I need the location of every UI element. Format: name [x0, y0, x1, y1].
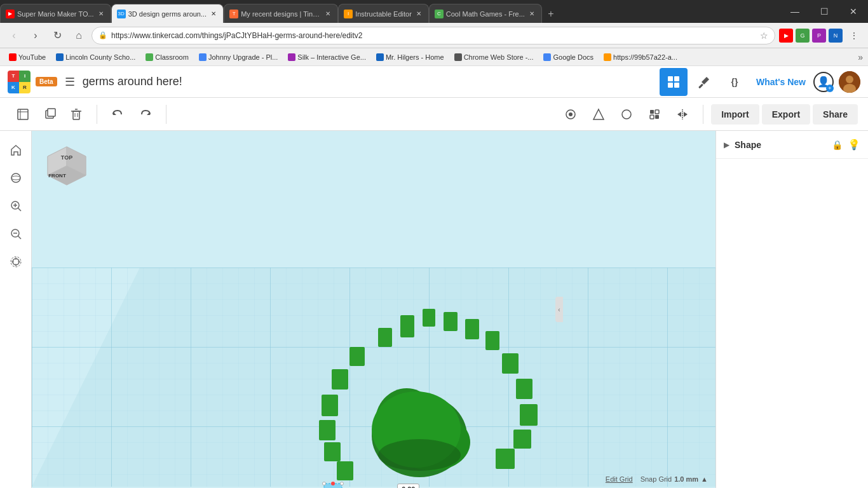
- delete-button[interactable]: [64, 102, 89, 127]
- svg-rect-3: [674, 83, 679, 88]
- ext-blue-icon[interactable]: N: [829, 29, 843, 43]
- tab-favicon-1: ▶: [6, 10, 15, 18]
- fit-view-button[interactable]: [4, 250, 27, 273]
- tool-separator-1: [97, 105, 97, 124]
- home-view-button[interactable]: [4, 139, 27, 161]
- import-button[interactable]: Import: [711, 104, 759, 125]
- germ-block-3: [423, 309, 435, 327]
- forward-button[interactable]: ›: [27, 27, 44, 44]
- tab-close-3[interactable]: ✕: [323, 10, 332, 18]
- svg-rect-12: [48, 109, 55, 116]
- export-button[interactable]: Export: [762, 104, 810, 125]
- bookmark-classroom[interactable]: Classroom: [142, 52, 193, 62]
- user-avatar[interactable]: [839, 71, 860, 93]
- redo-icon: [139, 108, 152, 121]
- tab-close-1[interactable]: ✕: [97, 10, 105, 18]
- collapse-right-panel-button[interactable]: ‹: [555, 297, 563, 322]
- bookmark-youtube[interactable]: YouTube: [5, 52, 50, 62]
- copy-button[interactable]: [37, 102, 62, 127]
- shape-lock-icon[interactable]: 🔒: [832, 140, 843, 150]
- tab-4[interactable]: I Instructable Editor ✕: [338, 4, 429, 23]
- bookmark-chrome-store[interactable]: Chrome Web Store -...: [451, 52, 538, 62]
- maximize-button[interactable]: ☐: [810, 0, 839, 23]
- bookmarks-more-button[interactable]: »: [858, 52, 863, 62]
- germ-block-4: [444, 312, 458, 331]
- ext-green-icon[interactable]: G: [796, 29, 810, 43]
- bookmark-label-99b57: https://99b57a22-a...: [613, 53, 677, 61]
- svg-point-32: [11, 176, 20, 180]
- grid-view-button[interactable]: [660, 68, 688, 96]
- tab-close-4[interactable]: ✕: [414, 10, 423, 18]
- back-button[interactable]: ‹: [5, 27, 23, 44]
- measurement-label-width: 6.20: [397, 484, 419, 488]
- mirror-tool[interactable]: [670, 102, 695, 127]
- bookmark-hilgers[interactable]: Mr. Hilgers - Home: [372, 52, 448, 62]
- align-icon-3: [620, 108, 633, 121]
- bookmark-silk[interactable]: Silk – Interactive Ge...: [284, 52, 370, 62]
- bookmark-star-icon[interactable]: ☆: [760, 30, 768, 41]
- align-tool-2[interactable]: [586, 102, 611, 127]
- minimize-button[interactable]: —: [780, 0, 810, 23]
- viewport[interactable]: TOP FRONT 6.20 4.73 Edit Grid Snap Grid …: [32, 131, 715, 488]
- code-button[interactable]: {}: [721, 68, 749, 96]
- tab-close-2[interactable]: ✕: [209, 10, 218, 18]
- snap-grid-arrow-icon[interactable]: ▲: [701, 475, 708, 483]
- undo-button[interactable]: [105, 102, 130, 127]
- bookmark-gdocs[interactable]: Google Docs: [539, 52, 597, 62]
- url-bar[interactable]: 🔒 https://www.tinkercad.com/things/jPaCJ…: [92, 27, 775, 44]
- zoom-out-button[interactable]: [4, 222, 27, 245]
- close-button[interactable]: ✕: [839, 0, 868, 23]
- selected-block: [322, 482, 344, 488]
- tools-button[interactable]: [690, 68, 718, 96]
- new-tab-button[interactable]: +: [542, 5, 560, 23]
- shape-light-icon[interactable]: 💡: [848, 139, 860, 151]
- germ-block-7: [502, 353, 519, 374]
- tab-5[interactable]: C Cool Math Games - Fre... ✕: [429, 4, 542, 23]
- ext-purple-icon[interactable]: P: [812, 29, 826, 43]
- tab-close-5[interactable]: ✕: [527, 10, 536, 18]
- svg-marker-30: [684, 112, 688, 117]
- bookmark-label-classroom: Classroom: [155, 53, 189, 61]
- menu-icon[interactable]: ☰: [65, 75, 75, 89]
- germ-block-6: [485, 331, 499, 350]
- germ-block-9: [520, 404, 538, 426]
- ext-youtube-icon[interactable]: ▶: [779, 29, 793, 43]
- viewcube[interactable]: TOP FRONT: [38, 137, 95, 194]
- align-tool-3[interactable]: [614, 102, 639, 127]
- toolbar: Import Export Share: [0, 98, 868, 131]
- add-user-button[interactable]: 👤 +: [813, 72, 834, 92]
- tinkercad-logo[interactable]: T I K R: [8, 71, 31, 93]
- shape-expand-icon[interactable]: ▶: [724, 140, 729, 149]
- zoom-in-button[interactable]: [4, 194, 27, 217]
- edit-grid-button[interactable]: Edit Grid: [606, 475, 633, 483]
- germ-block-12: [349, 347, 365, 366]
- whats-new-button[interactable]: What's New: [751, 73, 811, 91]
- align-tool-1[interactable]: [558, 102, 583, 127]
- bookmark-favicon-classroom: [146, 53, 153, 61]
- extension-icons: ▶ G P N ⋮: [779, 27, 863, 44]
- home-view-icon: [10, 144, 22, 156]
- project-name[interactable]: germs around here!: [83, 75, 654, 88]
- bookmark-johnny[interactable]: Johnny Upgrade - Pl...: [195, 52, 281, 62]
- undo-icon: [111, 108, 124, 121]
- top-icons: {} What's New 👤 +: [660, 68, 860, 96]
- svg-point-23: [622, 110, 631, 119]
- align-tool-4[interactable]: [642, 102, 667, 127]
- share-button[interactable]: Share: [813, 104, 858, 125]
- create-workspace-button[interactable]: [10, 102, 36, 127]
- bookmark-99b57[interactable]: https://99b57a22-a...: [600, 52, 681, 62]
- svg-rect-24: [650, 110, 654, 114]
- tab-1[interactable]: ▶ Super Mario Maker TO... ✕: [0, 4, 111, 23]
- redo-button[interactable]: [133, 102, 158, 127]
- home-button[interactable]: ⌂: [70, 27, 88, 44]
- svg-rect-1: [674, 76, 679, 81]
- germ-block-13: [332, 369, 348, 390]
- bookmark-lincoln[interactable]: Lincoln County Scho...: [52, 52, 139, 62]
- tab-2[interactable]: 3D 3D design germs aroun... ✕: [111, 4, 224, 23]
- reload-button[interactable]: ↻: [48, 27, 66, 44]
- extensions-menu-icon[interactable]: ⋮: [845, 27, 863, 44]
- orbit-button[interactable]: [4, 166, 27, 189]
- svg-line-34: [18, 208, 21, 212]
- tab-3[interactable]: T My recent designs | Tink... ✕: [224, 4, 338, 23]
- bookmark-label-silk: Silk – Interactive Ge...: [297, 53, 366, 61]
